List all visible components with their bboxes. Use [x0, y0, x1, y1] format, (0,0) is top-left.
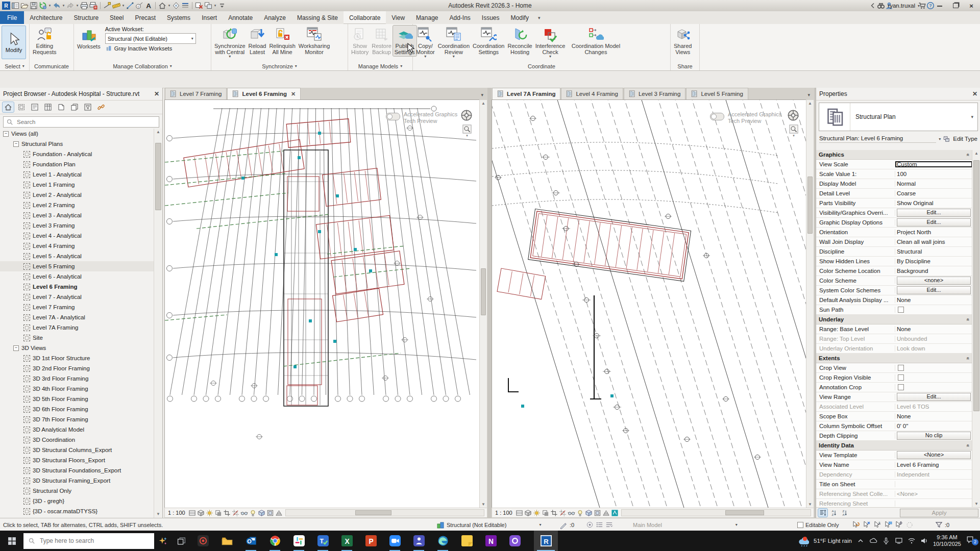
taskbar-search[interactable] — [23, 533, 154, 549]
select-linkcur[interactable] — [851, 520, 860, 529]
qat-print-setup-icon[interactable] — [89, 2, 97, 10]
property-value[interactable]: <none> — [895, 277, 972, 285]
split-button-caret[interactable]: ▾ — [453, 55, 455, 58]
copilot-button[interactable] — [154, 531, 172, 551]
viewbar-bulb-icon[interactable] — [249, 509, 257, 517]
property-value[interactable]: No clip — [895, 432, 972, 440]
teams-app-icon[interactable] — [407, 531, 431, 551]
pb-tool-sheets[interactable] — [29, 102, 40, 112]
search-input[interactable] — [16, 118, 156, 126]
property-value[interactable] — [895, 384, 972, 390]
camera-app-icon[interactable] — [191, 531, 215, 551]
zoom-tool-icon[interactable]: ▾ — [789, 124, 798, 140]
active-workset-dropdown[interactable]: Structural (Not Editable)▾ — [105, 33, 196, 44]
property-value[interactable]: Normal — [895, 181, 972, 187]
viewbar-box-icon[interactable] — [266, 509, 274, 517]
ribbon-tab-view[interactable]: View — [386, 11, 410, 24]
outlook-app-icon[interactable]: O — [239, 531, 263, 551]
select-dropcur[interactable] — [862, 520, 871, 529]
tray-display-icon[interactable] — [895, 537, 903, 545]
property-value[interactable]: Clean all wall joins — [895, 239, 972, 245]
pb-tool-link[interactable] — [95, 102, 107, 112]
property-value[interactable]: Project North — [895, 229, 972, 235]
qat-open-icon[interactable] — [20, 2, 29, 10]
property-value[interactable]: Structural — [895, 248, 972, 255]
property-value[interactable]: 0' 0" — [895, 423, 972, 429]
instance-selector[interactable]: Structural Plan: Level 6 Framing — [819, 135, 936, 143]
ribbon-tab-systems[interactable]: Systems — [161, 11, 196, 24]
tree-item-3d-3rd-floor-framing[interactable]: 3D 3rd Floor Framing — [0, 373, 154, 384]
sort-default-icon[interactable] — [818, 509, 827, 517]
select-dotcircle[interactable] — [905, 520, 914, 529]
cart-icon[interactable] — [918, 2, 926, 10]
worksharing-monitor-button[interactable]: WorksharingMonitor — [297, 26, 332, 56]
status-editable-only[interactable]: Editable Only — [797, 518, 839, 531]
property-value[interactable] — [895, 365, 972, 371]
qat-dropdown-caret[interactable]: ▾ — [48, 4, 52, 8]
ribbon-tab-architecture[interactable]: Architecture — [24, 11, 68, 24]
qat-redo-icon[interactable] — [66, 2, 75, 10]
tasks-app-icon[interactable]: T — [311, 531, 335, 551]
view-tab-level-7a-framing[interactable]: Level 7A Framing — [492, 88, 560, 99]
section-collapse-icon[interactable]: « — [966, 318, 971, 321]
coordination-settings-button[interactable]: CoordinationSettings — [471, 26, 506, 56]
tree-item-level-3-framing[interactable]: Level 3 Framing — [0, 220, 154, 231]
property-value[interactable]: Edit... — [895, 209, 972, 217]
qat-customize-icon[interactable] — [218, 2, 226, 10]
zoom-app-icon[interactable] — [383, 531, 407, 551]
qat-dropdown-caret[interactable]: ▾ — [213, 4, 217, 8]
split-button-caret[interactable]: ▾ — [229, 55, 231, 58]
section-collapse-icon[interactable]: « — [966, 357, 971, 360]
horizontal-scrollbar-left[interactable] — [285, 509, 484, 516]
ribbon-tab-collaborate[interactable]: Collaborate — [344, 11, 386, 24]
viewbar-cube2-icon[interactable] — [258, 509, 265, 517]
view-tab-list-caret[interactable]: ▾ — [477, 92, 487, 99]
ribbon-tab-issues[interactable]: Issues — [476, 11, 505, 24]
tree-item-foundation-plan[interactable]: Foundation Plan — [0, 159, 154, 169]
vertical-scrollbar-right[interactable]: ▲ ▼ — [806, 99, 814, 509]
scroll-down-icon[interactable]: ▼ — [154, 511, 162, 518]
chrome-app-icon[interactable] — [263, 531, 287, 551]
tree-item-3d-5th-floor-framing[interactable]: 3D 5th Floor Framing — [0, 394, 154, 404]
ribbon-tab-analyze[interactable]: Analyze — [258, 11, 291, 24]
tree-item-3d-1st-floor-structure[interactable]: 3D 1st Floor Structure — [0, 353, 154, 363]
viewbar-cropoff-icon[interactable] — [232, 509, 239, 517]
coordination-model-changes-button[interactable]: Coordination ModelChanges — [567, 26, 625, 56]
reload-latest-button[interactable]: ReloadLatest — [247, 26, 268, 56]
viewbar-shadow-icon[interactable] — [214, 509, 222, 517]
property-value[interactable]: None — [895, 413, 972, 419]
section-header-identity-data[interactable]: Identity Data« — [816, 441, 972, 450]
property-value[interactable]: Unbounded — [895, 336, 972, 342]
onenote-app-icon[interactable]: N — [479, 531, 503, 551]
select-movecur[interactable] — [894, 520, 903, 529]
property-value[interactable]: Custom — [895, 161, 972, 167]
pb-tool-schedules[interactable] — [42, 102, 54, 112]
vertical-scrollbar-left[interactable]: ▲ ▼ — [479, 99, 487, 509]
view-tab-level-7-framing[interactable]: Level 7 Framing — [165, 88, 227, 99]
interference-check-button[interactable]: InterferenceCheck▾ — [534, 26, 567, 59]
relinquish-all-mine-button[interactable]: RelinquishAll Mine — [267, 26, 297, 56]
property-checkbox[interactable] — [898, 374, 904, 381]
status-editing-requests[interactable]: :0 — [559, 518, 574, 531]
qat-thin-lines-icon[interactable] — [181, 2, 189, 10]
viewbar-shadow-icon[interactable] — [542, 509, 549, 517]
tree-item-3d-structural-columns-export[interactable]: 3D Structural Columns_Export — [0, 445, 154, 455]
select-pincur[interactable] — [873, 520, 881, 529]
panel-label-synchronize[interactable]: Synchronize▾ — [211, 62, 348, 70]
property-edit-button[interactable]: Edit... — [897, 286, 971, 294]
view-scale-button[interactable]: 1 : 100 — [492, 510, 516, 516]
tree-item-3d-coordination[interactable]: 3D Coordination — [0, 435, 154, 445]
qat-ui-toggle-icon[interactable] — [11, 2, 19, 10]
tree-item-structural-plans[interactable]: −Structural Plans — [0, 139, 154, 149]
edge-app-icon[interactable] — [431, 531, 455, 551]
property-value[interactable]: Level 6 TOS — [895, 404, 972, 410]
status-main-model-dropdown[interactable]: Main Model▾ — [633, 518, 738, 531]
qat-text-icon[interactable]: A — [144, 2, 153, 10]
tree-item-level-6-analytical[interactable]: Level 6 - Analytical — [0, 271, 154, 282]
tree-item-3d-structural-foundations-export[interactable]: 3D Structural Foundations_Export — [0, 465, 154, 475]
binoculars-icon[interactable] — [877, 2, 885, 10]
minimize-button[interactable] — [933, 2, 946, 10]
tree-item-3d-structural-framing-export[interactable]: 3D Structural Framing_Export — [0, 475, 154, 486]
tree-item-level-4-analytical[interactable]: Level 4 - Analytical — [0, 231, 154, 241]
slack-app-icon[interactable] — [287, 531, 311, 551]
